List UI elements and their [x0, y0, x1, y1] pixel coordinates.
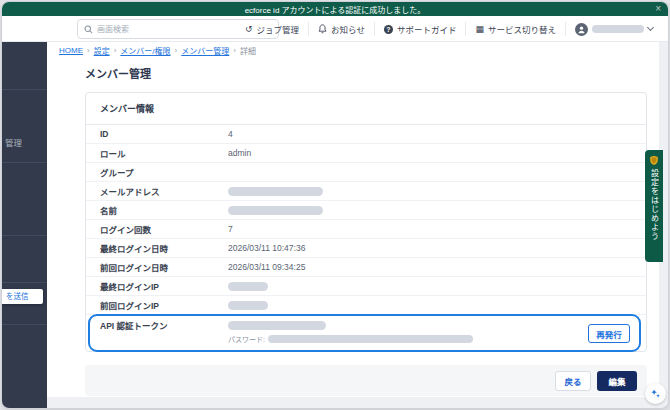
menu-item-job-management[interactable]: ↺ ジョブ管理	[236, 22, 308, 36]
table-row-email: メールアドレス	[86, 182, 646, 201]
table-row-api-token: API 認証トークン パスワード: 再発行	[86, 315, 646, 353]
banner-message: ecforce id アカウントによる認証に成功しました。	[245, 4, 426, 15]
redacted-value	[228, 187, 323, 196]
row-label: API 認証トークン	[86, 321, 228, 331]
user-account-menu[interactable]	[565, 22, 662, 36]
edit-button[interactable]: 編集	[597, 371, 637, 391]
history-icon: ↺	[245, 25, 253, 34]
search-icon	[84, 25, 93, 34]
bell-icon	[318, 24, 327, 34]
table-row-last-login-time: 最終ログイン日時 2026/03/11 10:47:36	[86, 239, 646, 258]
row-value: 4	[228, 129, 233, 139]
table-row-prev-login-ip: 前回ログインIP	[86, 296, 646, 315]
table-row-last-login-ip: 最終ログインIP	[86, 277, 646, 296]
table-row-name: 名前	[86, 201, 646, 220]
breadcrumb-member-permission[interactable]: メンバー/権限	[120, 45, 170, 56]
auth-success-banner: ecforce id アカウントによる認証に成功しました。 ×	[2, 2, 668, 16]
redacted-token	[228, 321, 326, 330]
setup-guide-tab[interactable]: 設定をはじめよう	[645, 150, 663, 262]
footer-action-bar: 戻る 編集	[85, 365, 647, 396]
api-token-values: パスワード:	[228, 321, 473, 344]
sidebar-divider	[2, 324, 47, 325]
user-name-redacted	[592, 25, 644, 33]
page-title: メンバー管理	[85, 65, 151, 81]
breadcrumb-home[interactable]: HOME	[59, 46, 83, 55]
row-label: ID	[86, 129, 228, 139]
sparkle-icon	[650, 388, 661, 399]
breadcrumb-separator: ›	[175, 46, 178, 55]
table-row-id: ID 4	[86, 125, 646, 144]
close-icon[interactable]: ×	[655, 2, 661, 16]
sidebar-divider	[2, 89, 47, 90]
table-row-login-count: ログイン回数 7	[86, 220, 646, 239]
setup-tab-label: 設定をはじめよう	[649, 169, 660, 241]
menu-label: サービス切り替え	[488, 23, 556, 35]
header-menu: ↺ ジョブ管理 お知らせ ? サポートガイド ▦ サービス切り替え	[236, 16, 662, 42]
sidebar-divider	[2, 282, 47, 283]
sidebar-divider	[2, 162, 47, 163]
row-label: 前回ログイン日時	[86, 261, 228, 273]
breadcrumb-settings[interactable]: 設定	[94, 45, 110, 56]
breadcrumb-separator: ›	[233, 46, 236, 55]
breadcrumb-member-management[interactable]: メンバー管理	[181, 45, 229, 56]
redacted-password	[268, 335, 473, 343]
redacted-value	[228, 206, 323, 215]
app-window: ecforce id アカウントによる認証に成功しました。 × ↺ ジョブ管理 …	[2, 2, 668, 408]
back-button[interactable]: 戻る	[555, 371, 591, 391]
top-header: ↺ ジョブ管理 お知らせ ? サポートガイド ▦ サービス切り替え	[2, 16, 668, 42]
shield-icon	[649, 155, 659, 166]
menu-item-support-guide[interactable]: ? サポートガイド	[374, 22, 466, 36]
row-label: 前回ログインIP	[86, 299, 228, 311]
avatar	[575, 23, 588, 36]
row-label: グループ	[86, 166, 228, 178]
row-label: 名前	[86, 204, 228, 216]
sidebar-divider	[2, 235, 47, 236]
row-value: admin	[228, 148, 251, 158]
row-label: 最終ログインIP	[86, 280, 228, 292]
chevron-down-icon	[647, 24, 654, 31]
assistant-fab[interactable]	[645, 383, 666, 404]
row-value: 2026/03/11 10:47:36	[228, 243, 305, 253]
row-label: メールアドレス	[86, 185, 228, 197]
breadcrumb-separator: ›	[114, 46, 117, 55]
breadcrumb: HOME › 設定 › メンバー/権限 › メンバー管理 › 詳細	[59, 45, 256, 56]
question-icon: ?	[384, 25, 393, 34]
left-sidebar: 管理 を送信	[2, 42, 47, 408]
redacted-value	[228, 282, 268, 291]
menu-label: お知らせ	[331, 23, 365, 35]
grid-icon: ▦	[475, 25, 484, 34]
member-info-card: メンバー情報 ID 4 ロール admin グループ メールアドレス 名前 ログ…	[85, 92, 647, 352]
table-row-role: ロール admin	[86, 144, 646, 163]
breadcrumb-current: 詳細	[240, 45, 256, 56]
card-title: メンバー情報	[86, 93, 646, 125]
menu-label: ジョブ管理	[257, 23, 300, 35]
row-value: 7	[228, 224, 233, 234]
row-label: ロール	[86, 147, 228, 159]
menu-label: サポートガイド	[397, 23, 457, 35]
redacted-value	[228, 301, 268, 310]
table-row-prev-login-time: 前回ログイン日時 2026/03/11 09:34:25	[86, 258, 646, 277]
sidebar-flyout-item[interactable]: を送信	[2, 289, 43, 304]
breadcrumb-separator: ›	[87, 46, 90, 55]
menu-item-service-switch[interactable]: ▦ サービス切り替え	[465, 22, 565, 36]
row-label: 最終ログイン日時	[86, 242, 228, 254]
password-line: パスワード:	[228, 334, 473, 344]
row-value: 2026/03/11 09:34:25	[228, 262, 305, 272]
menu-item-notifications[interactable]: お知らせ	[308, 22, 374, 36]
reissue-button[interactable]: 再発行	[588, 324, 630, 343]
password-label: パスワード:	[228, 334, 265, 344]
table-row-group: グループ	[86, 163, 646, 182]
row-label: ログイン回数	[86, 223, 228, 235]
sidebar-item-partial[interactable]: 管理	[5, 136, 22, 148]
person-icon	[577, 25, 586, 34]
